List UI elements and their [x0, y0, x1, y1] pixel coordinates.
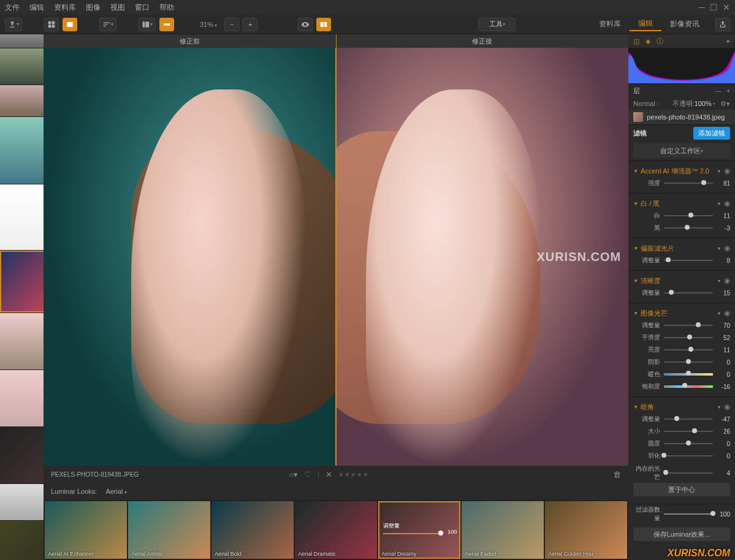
share-button[interactable]	[715, 18, 730, 31]
panel-layout-button[interactable]	[139, 18, 156, 31]
filter-count-slider[interactable]: 过滤器数量 100	[628, 508, 735, 520]
menu-item[interactable]: 文件	[5, 2, 20, 13]
slider[interactable]: 羽化0	[628, 450, 735, 462]
thumb[interactable]	[0, 48, 44, 85]
layers-header[interactable]: 层 — +	[628, 84, 735, 97]
looks-category[interactable]: Aerial	[105, 488, 126, 495]
layer-item[interactable]: pexels-photo-819438.jpeg	[628, 110, 735, 124]
slider[interactable]: 调整量8	[628, 254, 735, 267]
thumb[interactable]	[0, 184, 44, 250]
thumb-selected[interactable]	[0, 251, 44, 312]
preview-eye-button[interactable]	[298, 18, 313, 31]
thumb[interactable]	[0, 85, 44, 117]
before-label: 修正前	[44, 34, 337, 48]
single-view-button[interactable]	[63, 18, 77, 31]
slider[interactable]: 内在的光芒4	[628, 467, 735, 479]
filter-group-header[interactable]: ▼偏振滤光片▾◉	[628, 242, 735, 254]
visibility-icon[interactable]: ◉	[724, 276, 730, 285]
reject-icon[interactable]: ✕	[326, 470, 332, 479]
right-tab[interactable]: 影像资讯	[661, 18, 708, 31]
slider[interactable]: 白11	[628, 210, 735, 222]
slider[interactable]: 黑-3	[628, 222, 735, 234]
slider[interactable]: 饱和度-16	[628, 380, 735, 393]
slider[interactable]: 调整量-47	[628, 413, 735, 425]
filter-group-header[interactable]: ▼清晰度▾◉	[628, 274, 735, 287]
workspace-dropdown[interactable]: 自定义工作区	[633, 143, 730, 158]
looks-label: Luminar Looks:	[51, 488, 97, 495]
thumb[interactable]	[0, 521, 44, 560]
slider[interactable]: 调整量15	[628, 287, 735, 299]
histogram-icon[interactable]: ◫	[633, 37, 639, 45]
trash-icon[interactable]: 🗑	[613, 470, 621, 479]
look-preset[interactable]: Aerial AI Enhancer	[45, 501, 127, 559]
minimize-button[interactable]: ─	[699, 2, 705, 12]
thumb[interactable]	[0, 117, 44, 184]
thumb[interactable]	[0, 484, 44, 520]
menu-item[interactable]: 编辑	[29, 2, 44, 13]
menu-item[interactable]: 窗口	[135, 2, 150, 13]
rating-stars[interactable]: ★★★★★	[338, 471, 369, 478]
look-preset[interactable]: Aerial Dreamy调整量100	[378, 501, 460, 559]
opacity-value[interactable]: 100%	[695, 100, 712, 107]
slider[interactable]: 平滑度52	[628, 331, 735, 344]
export-button[interactable]	[5, 18, 22, 31]
slider[interactable]: 大小26	[628, 425, 735, 437]
svg-rect-3	[164, 23, 166, 26]
zoom-in-button[interactable]: +	[243, 18, 257, 31]
right-tab[interactable]: 资料库	[590, 18, 630, 31]
filter-group-header[interactable]: ▼Accent AI 增强器™ 2.0▾◉	[628, 165, 735, 177]
info-icon[interactable]: ⓘ	[657, 37, 663, 46]
menu-item[interactable]: 图像	[86, 2, 101, 13]
thumb[interactable]	[0, 34, 44, 48]
look-preset[interactable]: Aerial Bold	[211, 501, 294, 559]
close-button[interactable]: ✕	[723, 2, 730, 12]
look-preset[interactable]: Aerial Dramatic	[295, 501, 377, 559]
filmstrip-toggle[interactable]	[159, 18, 174, 31]
sort-button[interactable]	[99, 18, 116, 31]
visibility-icon[interactable]: ◉	[724, 403, 730, 411]
right-tab[interactable]: 编辑	[630, 18, 661, 31]
filter-group-header[interactable]: ▼暗角▾◉	[628, 401, 735, 413]
flag-icon[interactable]: ○▾	[289, 470, 298, 479]
menu-item[interactable]: 视图	[110, 2, 125, 13]
svg-rect-7	[324, 21, 327, 26]
compare-button[interactable]	[316, 18, 331, 31]
maximize-button[interactable]: ☐	[710, 2, 718, 12]
menu-item[interactable]: 资料库	[54, 2, 76, 13]
visibility-icon[interactable]: ◉	[724, 244, 730, 252]
look-preset[interactable]: Aerial Faded	[462, 501, 544, 559]
tools-dropdown[interactable]: 工具	[479, 18, 516, 31]
look-preset[interactable]: Aerial Artistic	[128, 501, 210, 559]
filter-group-header[interactable]: ▼白 / 黑▾◉	[628, 197, 735, 210]
filter-group-header[interactable]: ▼图像光芒▾◉	[628, 307, 735, 319]
visibility-icon[interactable]: ◉	[724, 199, 730, 208]
svg-rect-0	[67, 21, 72, 26]
slider[interactable]: 暖色0	[628, 368, 735, 380]
center-button[interactable]: 置于中心	[633, 483, 730, 496]
zoom-level[interactable]: 31%	[200, 21, 217, 28]
slider[interactable]: 圆度0	[628, 437, 735, 450]
save-look-button[interactable]: 保存Luminar效果...	[633, 528, 730, 541]
layers-icon[interactable]: ◈	[646, 37, 650, 45]
title-bar: 文件编辑资料库图像视图窗口帮助 ─ ☐ ✕	[0, 0, 735, 15]
add-panel-icon[interactable]: +	[726, 37, 730, 45]
grid-view-button[interactable]	[44, 18, 59, 31]
slider[interactable]: 亮度11	[628, 344, 735, 356]
slider[interactable]: 阴影0	[628, 356, 735, 368]
slider[interactable]: 调整量70	[628, 319, 735, 331]
thumb[interactable]	[0, 370, 44, 426]
right-panel: ◫ ◈ ⓘ + 层 — + Normal ◇ 不透明: 100% ▾ ⚙▾	[628, 34, 735, 560]
canvas[interactable]: XURISN.COM	[44, 48, 628, 466]
blend-mode[interactable]: Normal	[633, 100, 655, 107]
visibility-icon[interactable]: ◉	[724, 309, 730, 317]
look-preset[interactable]: Aerial Golden Hou	[545, 501, 627, 559]
gear-icon[interactable]: ⚙▾	[720, 100, 730, 108]
slider[interactable]: 强度81	[628, 177, 735, 189]
thumb[interactable]	[0, 313, 44, 369]
add-filter-button[interactable]: 添加滤镜	[693, 127, 730, 140]
menu-item[interactable]: 帮助	[159, 2, 174, 13]
zoom-out-button[interactable]: −	[224, 18, 239, 31]
visibility-icon[interactable]: ◉	[724, 167, 730, 175]
heart-icon[interactable]: ♡	[304, 470, 311, 479]
thumb[interactable]	[0, 427, 44, 483]
